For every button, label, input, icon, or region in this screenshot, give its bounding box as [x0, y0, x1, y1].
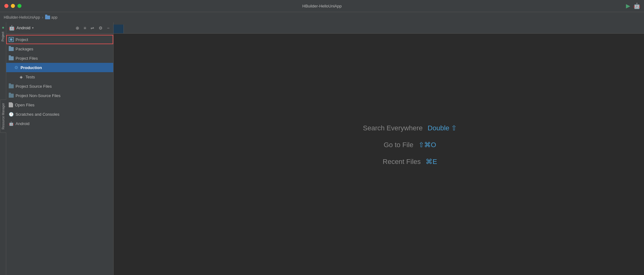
content-tab[interactable] — [114, 25, 124, 33]
tree-item-scratches-and-consoles[interactable]: 🕐 Scratches and Consoles — [6, 110, 113, 119]
folder-dark-icon — [9, 94, 14, 98]
tree-item-label: Packages — [16, 47, 33, 51]
android-robot-icon: 🤖 — [9, 25, 15, 31]
run-icon[interactable]: ▶ — [626, 2, 630, 9]
hint-search-everywhere: Search Everywhere Double ⇧ — [363, 124, 457, 132]
maximize-button[interactable] — [17, 4, 21, 8]
android-dropdown[interactable]: 🤖 Android ▾ — [9, 25, 34, 31]
collapse-button[interactable]: ⇌ — [89, 25, 96, 31]
content-area: Search Everywhere Double ⇧ Go to File ⇧⌘… — [114, 22, 644, 275]
close-button[interactable] — [4, 4, 8, 8]
hint-go-to-file-shortcut: ⇧⌘O — [418, 141, 436, 149]
project-panel: 🤖 Android ▾ ⊕ ≡ ⇌ ⚙ − Project Pa — [6, 22, 114, 275]
resource-manager-tab[interactable]: Resource Manager — [0, 100, 6, 133]
tree-item-project-source-files[interactable]: Project Source Files — [6, 82, 113, 91]
tree-item-project-files[interactable]: Project Files — [6, 54, 113, 63]
hint-search-everywhere-shortcut: Double ⇧ — [428, 124, 457, 132]
tree-item-project[interactable]: Project — [6, 35, 113, 44]
title-bar-right: ▶ 🤖 — [626, 2, 640, 9]
title-bar: HBuilder-HelloUniApp ▶ 🤖 — [0, 0, 644, 12]
tree-item-production[interactable]: ⚙ Production — [6, 63, 113, 72]
tree-item-packages[interactable]: Packages — [6, 44, 113, 54]
tree-item-label: Scratches and Consoles — [16, 112, 59, 117]
folder-dark-icon — [9, 84, 14, 88]
content-hints: Search Everywhere Double ⇧ Go to File ⇧⌘… — [114, 34, 644, 275]
hint-go-to-file: Go to File ⇧⌘O — [384, 141, 436, 149]
android-label: Android — [16, 26, 30, 30]
android-icon: 🤖 — [9, 121, 14, 126]
align-button[interactable]: ≡ — [82, 25, 87, 31]
tree-item-label: Project Source Files — [16, 84, 52, 89]
tree-item-label: Tests — [26, 75, 35, 79]
tree-item-label: Project Non-Source Files — [16, 93, 61, 98]
side-tab-label[interactable]: Project — [1, 30, 5, 43]
tree-item-label: Project Files — [16, 56, 38, 61]
breadcrumb-separator: › — [42, 15, 43, 20]
android-device-icon: 🤖 — [633, 2, 640, 9]
tree-item-label: Android — [16, 121, 30, 126]
tree-item-label: Open Files — [15, 103, 35, 107]
breadcrumb-child: app — [51, 15, 58, 20]
content-tab-bar — [114, 22, 644, 34]
hint-search-everywhere-label: Search Everywhere — [363, 124, 423, 132]
tree-item-label: Project — [16, 37, 28, 42]
clock-icon: 🕐 — [9, 112, 14, 117]
file-icon — [9, 102, 13, 107]
dropdown-arrow-icon: ▾ — [32, 26, 34, 30]
folder-icon — [45, 16, 50, 19]
tree-item-open-files[interactable]: Open Files — [6, 100, 113, 110]
panel-toolbar: 🤖 Android ▾ ⊕ ≡ ⇌ ⚙ − — [6, 22, 113, 34]
breadcrumb-bar: HBuilder-HelloUniApp › app — [0, 12, 644, 22]
minimize-button[interactable] — [11, 4, 15, 8]
tests-icon: ◈ — [19, 74, 24, 79]
settings-button[interactable]: ⚙ — [97, 25, 104, 31]
hint-go-to-file-label: Go to File — [384, 141, 413, 149]
tree-item-label: Production — [21, 65, 42, 70]
close-panel-button[interactable]: − — [106, 25, 111, 31]
window-title: HBuilder-HelloUniApp — [302, 4, 342, 8]
tree-item-project-non-source-files[interactable]: Project Non-Source Files — [6, 91, 113, 100]
hint-recent-files: Recent Files ⌘E — [383, 158, 437, 166]
folder-icon — [9, 47, 14, 51]
project-icon — [9, 37, 14, 42]
add-button[interactable]: ⊕ — [74, 25, 81, 31]
main-area: Project 🤖 Android ▾ ⊕ ≡ ⇌ ⚙ − Projec — [0, 22, 644, 275]
side-tab: Project — [0, 22, 6, 275]
project-tree: Project Packages Project Files ⚙ Product… — [6, 34, 113, 275]
hint-recent-files-label: Recent Files — [383, 158, 421, 166]
breadcrumb-app[interactable]: app — [45, 15, 58, 20]
window-controls — [4, 4, 21, 8]
hint-recent-files-shortcut: ⌘E — [426, 158, 437, 166]
folder-icon — [9, 56, 14, 60]
side-dot — [2, 27, 4, 29]
gear-icon: ⚙ — [14, 65, 19, 70]
tree-item-android[interactable]: 🤖 Android — [6, 119, 113, 128]
breadcrumb-root[interactable]: HBuilder-HelloUniApp — [4, 15, 40, 20]
tree-item-tests[interactable]: ◈ Tests — [6, 72, 113, 82]
